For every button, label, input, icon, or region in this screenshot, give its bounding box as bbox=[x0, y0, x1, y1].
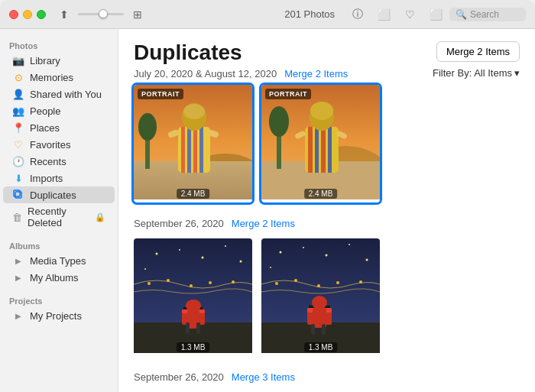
merge-all-button[interactable]: Merge 2 Items bbox=[436, 41, 520, 62]
upload-icon[interactable]: ⬜ bbox=[374, 5, 393, 24]
recently-deleted-icon: 🗑 bbox=[12, 211, 22, 223]
page-title: Duplicates bbox=[134, 41, 242, 65]
svg-point-33 bbox=[156, 252, 158, 254]
sidebar-item-recently-deleted[interactable]: 🗑 Recently Deleted 🔒 bbox=[3, 203, 115, 231]
svg-rect-11 bbox=[193, 127, 197, 173]
sidebar-item-label: Media Types bbox=[30, 255, 86, 267]
group2-header: September 26, 2020 Merge 2 Items bbox=[134, 218, 520, 229]
night-photo-1 bbox=[134, 238, 252, 353]
photo-group-1: July 20, 2020 & August 12, 2020 Merge 2 … bbox=[134, 68, 520, 202]
svg-point-6 bbox=[138, 113, 157, 141]
svg-point-21 bbox=[269, 106, 289, 137]
filter-label: Filter By: All Items bbox=[433, 67, 512, 79]
chevron-down-icon: ▾ bbox=[514, 67, 520, 79]
svg-point-54 bbox=[303, 247, 304, 248]
photos-section-label: Photos bbox=[0, 35, 118, 52]
close-button[interactable] bbox=[9, 10, 18, 19]
sidebar-item-label: Shared with You bbox=[30, 89, 102, 100]
group3-merge-link[interactable]: Merge 3 Items bbox=[232, 371, 295, 383]
zoom-in-icon[interactable]: ⊞ bbox=[128, 5, 147, 24]
svg-point-60 bbox=[294, 279, 297, 282]
svg-rect-25 bbox=[315, 127, 319, 173]
favorites-icon: ♡ bbox=[12, 138, 24, 151]
search-box[interactable]: 🔍 Search bbox=[449, 8, 526, 21]
svg-point-55 bbox=[326, 254, 328, 256]
traffic-lights bbox=[9, 10, 46, 19]
svg-point-58 bbox=[270, 267, 271, 268]
info-icon[interactable]: ⓘ bbox=[349, 5, 367, 24]
share-icon[interactable]: ⬆ bbox=[55, 5, 73, 24]
svg-rect-24 bbox=[308, 127, 313, 173]
photo-card[interactable]: PORTRAIT 2.4 MB bbox=[134, 85, 252, 202]
sidebar-item-places[interactable]: 📍 Places bbox=[3, 119, 115, 136]
titlebar: ⬆ ⊞ 201 Photos ⓘ ⬜ ♡ ⬜ 🔍 Search bbox=[0, 0, 535, 29]
svg-point-62 bbox=[336, 281, 339, 284]
toolbar-actions: ⓘ ⬜ ♡ ⬜ bbox=[349, 5, 445, 24]
sidebar-item-people[interactable]: 👥 People bbox=[3, 102, 115, 119]
shared-icon: 👤 bbox=[12, 88, 24, 100]
search-icon: 🔍 bbox=[456, 9, 467, 20]
sidebar-item-memories[interactable]: ⊙ Memories bbox=[3, 69, 115, 86]
svg-point-63 bbox=[359, 280, 362, 283]
sidebar-item-label: My Projects bbox=[30, 310, 82, 322]
heart-icon[interactable]: ♡ bbox=[400, 5, 419, 24]
sidebar-item-shared[interactable]: 👤 Shared with You bbox=[3, 86, 115, 102]
minimize-button[interactable] bbox=[23, 10, 32, 19]
svg-point-34 bbox=[179, 249, 180, 251]
group1-merge-link[interactable]: Merge 2 Items bbox=[284, 68, 348, 79]
sidebar-item-label: My Albums bbox=[30, 272, 79, 283]
trash-icon[interactable]: ⬜ bbox=[426, 5, 445, 24]
sidebar-item-my-albums[interactable]: ▶ My Albums bbox=[3, 269, 115, 286]
sidebar-item-library[interactable]: 📷 Library bbox=[3, 52, 115, 69]
sidebar-item-label: Recents bbox=[30, 156, 66, 167]
group1-photos: PORTRAIT 2.4 MB bbox=[134, 85, 520, 202]
imports-icon: ⬇ bbox=[12, 172, 24, 184]
zoom-slider[interactable] bbox=[78, 13, 124, 15]
filter-button[interactable]: Filter By: All Items ▾ bbox=[433, 67, 520, 79]
sidebar-item-media-types[interactable]: ▶ Media Types bbox=[3, 252, 115, 269]
sidebar-item-favorites[interactable]: ♡ Favorites bbox=[3, 136, 115, 153]
svg-rect-26 bbox=[321, 127, 326, 173]
media-types-chevron: ▶ bbox=[12, 254, 24, 267]
svg-point-42 bbox=[209, 281, 212, 284]
photo-card[interactable]: 1.3 MB bbox=[134, 238, 252, 356]
portrait-photo-1 bbox=[134, 85, 252, 199]
library-icon: 📷 bbox=[12, 54, 24, 66]
photo-size: 1.3 MB bbox=[304, 342, 338, 352]
projects-section-label: Projects bbox=[0, 290, 118, 307]
svg-rect-71 bbox=[322, 324, 326, 335]
night-photo-2 bbox=[261, 238, 380, 353]
photo-count: 201 Photos bbox=[284, 8, 335, 20]
photo-card[interactable]: PORTRAIT 2.4 MB bbox=[261, 85, 380, 202]
fullscreen-button[interactable] bbox=[37, 10, 46, 19]
svg-point-39 bbox=[148, 282, 151, 285]
svg-point-68 bbox=[312, 296, 327, 309]
sidebar-item-imports[interactable]: ⬇ Imports bbox=[3, 170, 115, 186]
content-header: Duplicates Merge 2 Items bbox=[134, 41, 520, 65]
sidebar-item-my-projects[interactable]: ▶ My Projects bbox=[3, 307, 115, 324]
sidebar-item-label: Imports bbox=[30, 173, 63, 184]
my-projects-chevron: ▶ bbox=[12, 309, 24, 322]
photo-card[interactable]: 1.3 MB bbox=[261, 238, 380, 356]
photo-group-3: September 26, 2020 Merge 3 Items bbox=[134, 371, 520, 383]
group1-date: July 20, 2020 & August 12, 2020 bbox=[134, 68, 277, 79]
svg-point-14 bbox=[183, 104, 205, 119]
lock-icon: 🔒 bbox=[95, 212, 105, 222]
svg-rect-70 bbox=[311, 324, 315, 335]
svg-point-53 bbox=[280, 251, 282, 253]
group3-header: September 26, 2020 Merge 3 Items bbox=[134, 371, 520, 383]
toolbar: ⬆ ⊞ 201 Photos ⓘ ⬜ ♡ ⬜ 🔍 Search bbox=[55, 5, 526, 24]
svg-point-38 bbox=[144, 268, 146, 270]
sidebar-item-label: Places bbox=[30, 122, 60, 134]
photo-size: 1.3 MB bbox=[177, 342, 210, 352]
svg-rect-27 bbox=[328, 127, 332, 173]
sidebar-item-recents[interactable]: 🕐 Recents bbox=[3, 153, 115, 170]
svg-point-36 bbox=[225, 245, 226, 247]
sidebar-item-label: Duplicates bbox=[30, 190, 76, 201]
group2-merge-link[interactable]: Merge 2 Items bbox=[232, 218, 295, 229]
sidebar-item-label: Memories bbox=[30, 72, 73, 83]
photo-badge: PORTRAIT bbox=[138, 89, 183, 99]
search-placeholder: Search bbox=[470, 9, 499, 20]
my-albums-chevron: ▶ bbox=[12, 271, 24, 283]
sidebar-item-duplicates[interactable]: Duplicates bbox=[3, 186, 115, 203]
